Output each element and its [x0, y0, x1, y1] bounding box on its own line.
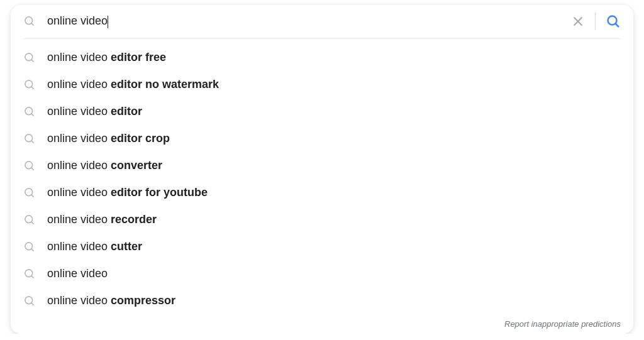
suggestion-item[interactable]: online video editor free: [11, 44, 633, 71]
svg-line-11: [31, 113, 34, 116]
svg-point-20: [25, 242, 33, 250]
svg-line-9: [31, 86, 34, 89]
search-icon: [23, 106, 36, 118]
svg-line-21: [31, 248, 34, 251]
clear-icon[interactable]: [571, 14, 585, 28]
svg-point-14: [25, 161, 33, 168]
search-icon: [23, 52, 36, 64]
search-icon: [23, 268, 36, 280]
suggestion-text: online video converter: [47, 157, 162, 174]
svg-point-12: [25, 134, 33, 141]
search-autocomplete-panel: online video online video editor freeonl…: [11, 5, 633, 334]
suggestion-item[interactable]: online video converter: [11, 152, 633, 179]
search-bar: online video: [11, 5, 633, 38]
suggestion-item[interactable]: online video: [11, 260, 633, 287]
search-icon: [23, 79, 36, 91]
svg-line-25: [31, 302, 34, 305]
svg-point-18: [25, 215, 33, 222]
suggestion-text: online video editor: [47, 103, 142, 120]
suggestion-item[interactable]: online video recorder: [11, 206, 633, 233]
suggestion-text: online video compressor: [47, 292, 175, 309]
suggestion-item[interactable]: online video compressor: [11, 287, 633, 314]
svg-line-1: [31, 23, 34, 26]
svg-line-23: [31, 275, 34, 278]
suggestion-item[interactable]: online video cutter: [11, 233, 633, 260]
svg-line-15: [31, 167, 34, 170]
search-icon: [23, 15, 36, 28]
svg-point-24: [25, 296, 33, 304]
suggestions-list: online video editor freeonline video edi…: [11, 44, 633, 317]
svg-line-19: [31, 221, 34, 224]
suggestion-text: online video cutter: [47, 238, 142, 255]
search-icon: [23, 241, 36, 253]
svg-point-16: [25, 188, 33, 195]
suggestion-text: online video editor no watermark: [47, 76, 219, 93]
suggestion-text: online video editor free: [47, 49, 166, 66]
svg-line-17: [31, 194, 34, 197]
search-icon: [23, 133, 36, 145]
suggestion-item[interactable]: online video editor for youtube: [11, 179, 633, 206]
suggestion-text: online video: [47, 265, 108, 282]
search-icon: [23, 214, 36, 226]
svg-line-13: [31, 140, 34, 143]
search-icon: [23, 160, 36, 172]
svg-line-7: [31, 59, 34, 62]
suggestions-divider: [23, 38, 621, 39]
suggestion-text: online video recorder: [47, 211, 157, 228]
svg-point-22: [25, 269, 33, 277]
search-icon: [23, 187, 36, 199]
svg-point-10: [25, 107, 33, 114]
report-link[interactable]: Report inappropriate predictions: [11, 317, 633, 334]
suggestion-text: online video editor for youtube: [47, 184, 208, 201]
suggestion-item[interactable]: online video editor: [11, 98, 633, 125]
suggestion-item[interactable]: online video editor crop: [11, 125, 633, 152]
svg-point-4: [608, 16, 617, 25]
search-icon: [23, 295, 36, 307]
svg-point-8: [25, 80, 33, 87]
svg-line-5: [616, 24, 619, 28]
suggestion-text: online video editor crop: [47, 130, 170, 147]
divider: [595, 13, 596, 30]
svg-point-0: [25, 17, 33, 25]
search-submit-icon[interactable]: [606, 14, 621, 29]
svg-point-6: [25, 53, 33, 60]
search-input[interactable]: online video: [47, 14, 571, 28]
suggestion-item[interactable]: online video editor no watermark: [11, 71, 633, 98]
